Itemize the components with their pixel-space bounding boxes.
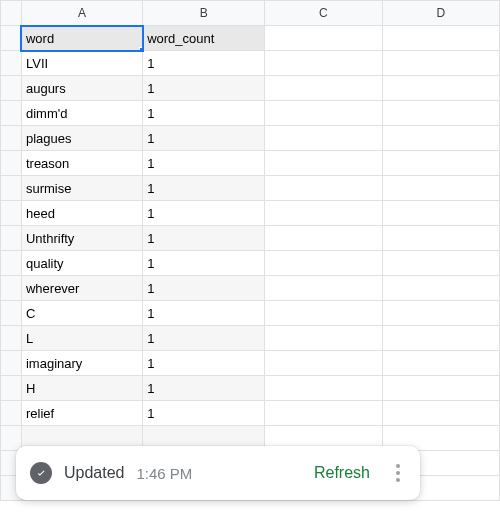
table-row: C1 [1, 301, 500, 326]
more-options-icon[interactable] [390, 458, 406, 488]
cell[interactable]: 1 [143, 351, 265, 376]
cell[interactable]: wherever [21, 276, 142, 301]
row-header[interactable] [1, 176, 22, 201]
cell[interactable] [265, 251, 382, 276]
refresh-button[interactable]: Refresh [314, 464, 370, 482]
cell[interactable] [265, 401, 382, 426]
cell[interactable] [265, 51, 382, 76]
cell[interactable] [265, 26, 382, 51]
row-header[interactable] [1, 426, 22, 451]
cell[interactable] [382, 201, 499, 226]
cell[interactable] [265, 101, 382, 126]
cell[interactable]: 1 [143, 376, 265, 401]
cell[interactable]: quality [21, 251, 142, 276]
cell[interactable]: augurs [21, 76, 142, 101]
cell[interactable]: 1 [143, 51, 265, 76]
cell[interactable]: L [21, 326, 142, 351]
row-header[interactable] [1, 101, 22, 126]
cell[interactable] [265, 76, 382, 101]
cell[interactable]: 1 [143, 301, 265, 326]
row-header[interactable] [1, 301, 22, 326]
cell[interactable] [382, 376, 499, 401]
cell[interactable]: relief [21, 401, 142, 426]
row-header[interactable] [1, 326, 22, 351]
cell[interactable]: 1 [143, 176, 265, 201]
row-header[interactable] [1, 201, 22, 226]
cell[interactable] [382, 401, 499, 426]
cell[interactable] [382, 151, 499, 176]
cell[interactable] [265, 326, 382, 351]
cell[interactable]: 1 [143, 126, 265, 151]
cell[interactable] [382, 101, 499, 126]
cell[interactable] [265, 201, 382, 226]
row-header[interactable] [1, 51, 22, 76]
row-header[interactable] [1, 151, 22, 176]
cell[interactable] [265, 151, 382, 176]
table-row: treason1 [1, 151, 500, 176]
table-row: imaginary1 [1, 351, 500, 376]
row-header[interactable] [1, 76, 22, 101]
cell[interactable]: 1 [143, 251, 265, 276]
row-header[interactable] [1, 351, 22, 376]
row-header[interactable] [1, 376, 22, 401]
toast-time-text: 1:46 PM [137, 465, 193, 482]
cell[interactable]: C [21, 301, 142, 326]
cell[interactable]: LVII [21, 51, 142, 76]
cell[interactable] [382, 251, 499, 276]
select-all-corner[interactable] [1, 1, 22, 26]
cell[interactable]: 1 [143, 326, 265, 351]
cell[interactable]: 1 [143, 151, 265, 176]
header-data-row: word word_count [1, 26, 500, 51]
cell[interactable] [382, 301, 499, 326]
selection-handle[interactable] [139, 47, 143, 51]
cell[interactable] [265, 351, 382, 376]
table-row: L1 [1, 326, 500, 351]
cell[interactable] [382, 276, 499, 301]
cell[interactable] [382, 51, 499, 76]
cell[interactable]: 1 [143, 276, 265, 301]
column-header-d[interactable]: D [382, 1, 499, 26]
cell[interactable] [382, 126, 499, 151]
cell[interactable]: 1 [143, 76, 265, 101]
cell[interactable]: 1 [143, 226, 265, 251]
table-row: Unthrifty1 [1, 226, 500, 251]
row-header[interactable] [1, 126, 22, 151]
cell[interactable]: heed [21, 201, 142, 226]
row-header[interactable] [1, 401, 22, 426]
row-header[interactable] [1, 251, 22, 276]
cell[interactable] [265, 176, 382, 201]
row-header[interactable] [1, 26, 22, 51]
cell[interactable] [382, 326, 499, 351]
table-row: augurs1 [1, 76, 500, 101]
column-header-a[interactable]: A [21, 1, 142, 26]
row-header[interactable] [1, 276, 22, 301]
cell[interactable] [265, 301, 382, 326]
cell-b1[interactable]: word_count [143, 26, 265, 51]
cell[interactable] [382, 351, 499, 376]
toast-status-text: Updated [64, 464, 125, 482]
row-header[interactable] [1, 226, 22, 251]
cell[interactable]: 1 [143, 201, 265, 226]
cell[interactable] [382, 176, 499, 201]
cell[interactable]: 1 [143, 401, 265, 426]
cell[interactable] [265, 376, 382, 401]
cell[interactable] [265, 276, 382, 301]
cell[interactable] [382, 26, 499, 51]
cell[interactable]: treason [21, 151, 142, 176]
column-header-b[interactable]: B [143, 1, 265, 26]
cell[interactable]: 1 [143, 101, 265, 126]
cell[interactable]: H [21, 376, 142, 401]
cell[interactable]: plagues [21, 126, 142, 151]
cell[interactable]: dimm'd [21, 101, 142, 126]
cell[interactable]: Unthrifty [21, 226, 142, 251]
cell[interactable] [382, 226, 499, 251]
cell[interactable] [382, 76, 499, 101]
table-row: LVII1 [1, 51, 500, 76]
spreadsheet-grid[interactable]: A B C D word word_count LVII1 augurs1 di… [0, 0, 500, 501]
cell[interactable] [265, 126, 382, 151]
column-header-c[interactable]: C [265, 1, 382, 26]
cell-a1-selected[interactable]: word [21, 26, 142, 51]
cell[interactable] [265, 226, 382, 251]
cell[interactable]: surmise [21, 176, 142, 201]
cell[interactable]: imaginary [21, 351, 142, 376]
